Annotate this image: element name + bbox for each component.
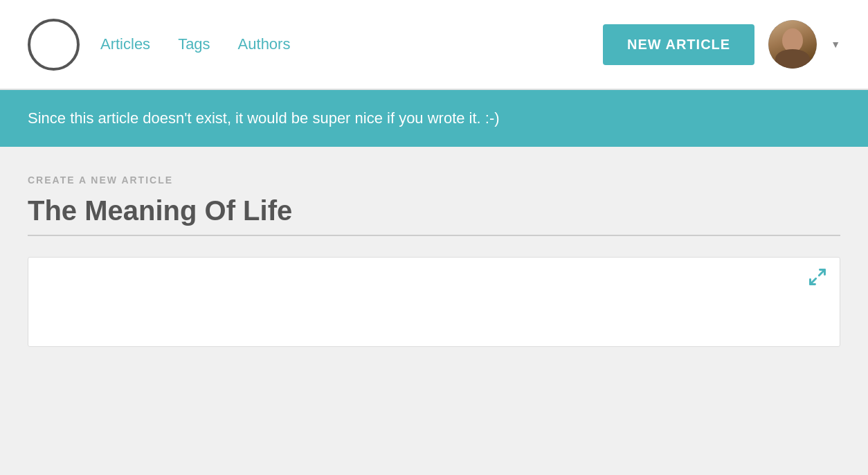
nav-articles[interactable]: Articles (100, 35, 150, 53)
header-right: NEW ARTICLE ▼ (603, 20, 840, 69)
avatar-image (768, 20, 817, 69)
info-banner: Since this article doesn't exist, it wou… (0, 90, 868, 147)
banner-message: Since this article doesn't exist, it wou… (28, 109, 500, 127)
article-editor[interactable] (28, 257, 840, 347)
logo[interactable] (28, 19, 80, 71)
new-article-button[interactable]: NEW ARTICLE (603, 24, 754, 65)
avatar[interactable] (768, 20, 817, 69)
expand-editor-button[interactable] (808, 267, 827, 289)
header: Articles Tags Authors NEW ARTICLE ▼ (0, 0, 868, 90)
user-dropdown-arrow[interactable]: ▼ (831, 39, 840, 50)
expand-icon (808, 267, 827, 287)
main-nav: Articles Tags Authors (100, 35, 603, 53)
nav-authors[interactable]: Authors (238, 35, 291, 53)
nav-tags[interactable]: Tags (178, 35, 210, 53)
section-label: CREATE A NEW ARTICLE (28, 174, 840, 186)
article-title-input[interactable] (28, 195, 840, 236)
main-content: CREATE A NEW ARTICLE (0, 147, 868, 445)
